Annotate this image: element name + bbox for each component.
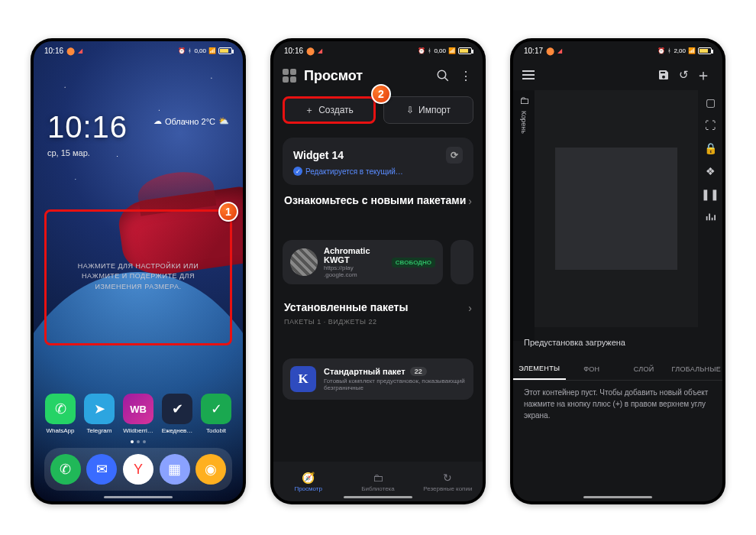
more-icon[interactable]: ⋮ bbox=[458, 69, 473, 83]
notif-icon-2: ◢ bbox=[557, 47, 562, 54]
pack-carousel[interactable]: Achromatic KWGT https://play .google.com… bbox=[283, 240, 483, 284]
gesture-bar[interactable] bbox=[583, 496, 652, 498]
editor-toolbar-right: ▢ ⛶ 🔒 ❖ ❚❚ bbox=[698, 90, 722, 222]
gesture-bar[interactable] bbox=[344, 496, 412, 498]
app-telegram[interactable]: ➤ Telegram bbox=[81, 394, 118, 434]
nav-backup[interactable]: ↻ Резервные копии bbox=[413, 462, 483, 501]
kustom-icon: K bbox=[290, 366, 316, 392]
whatsapp-icon: ✆ bbox=[45, 394, 76, 424]
weather-widget[interactable]: ☁ Облачно 2°C ⛅ bbox=[153, 116, 229, 126]
pack-card[interactable]: Achromatic KWGT https://play .google.com… bbox=[283, 240, 443, 284]
search-icon[interactable] bbox=[435, 69, 451, 83]
telegram-icon: ➤ bbox=[84, 394, 115, 424]
dashboard-icon[interactable] bbox=[283, 69, 296, 83]
dock: ✆ ✉ Y ▦ ◉ bbox=[44, 448, 232, 491]
status-text: Редактируется в текущий… bbox=[305, 167, 403, 176]
svg-point-0 bbox=[438, 70, 446, 79]
checklist-icon: ✔ bbox=[162, 394, 192, 424]
section-title: Ознакомьтесь с новыми пакетами bbox=[284, 194, 466, 208]
svg-line-1 bbox=[444, 77, 448, 81]
svg-rect-3 bbox=[709, 214, 710, 221]
app-label: Telegram bbox=[81, 427, 118, 434]
screenshot-kwgt-editor: 10:17 ⬤ ◢ ⏰ ᚼ 2,00 📶 ↺ ＋ 🗀 Корень bbox=[510, 38, 725, 504]
dock-phone-icon[interactable]: ✆ bbox=[50, 454, 81, 485]
svg-rect-4 bbox=[712, 218, 713, 221]
gesture-bar[interactable] bbox=[104, 496, 173, 498]
dock-camera-icon[interactable]: ◉ bbox=[195, 454, 226, 485]
layers-icon[interactable]: ❖ bbox=[706, 165, 716, 177]
section-new-packs[interactable]: Ознакомьтесь с новыми пакетами › bbox=[284, 194, 472, 208]
app-label: WhatsApp bbox=[42, 427, 79, 434]
app-todobit[interactable]: ✓ Todobit bbox=[198, 394, 234, 434]
add-icon[interactable]: ＋ bbox=[693, 65, 713, 86]
pack-card-next[interactable] bbox=[451, 240, 473, 284]
menu-icon[interactable] bbox=[522, 70, 535, 79]
annotation-badge-1: 1 bbox=[218, 202, 238, 222]
installed-pack-card[interactable]: K Стандартный пакет 22 Готовый комплект … bbox=[283, 358, 473, 400]
editor-tabs: ЭЛЕМЕНТЫ ФОН СЛОЙ ГЛОБАЛЬНЫЕ bbox=[513, 358, 722, 381]
square-icon[interactable]: ▢ bbox=[706, 96, 716, 109]
editor-canvas[interactable] bbox=[535, 90, 698, 327]
app-whatsapp[interactable]: ✆ WhatsApp bbox=[42, 394, 79, 434]
pack-name: Стандартный пакет bbox=[324, 367, 405, 376]
clock-widget[interactable]: 10:16 bbox=[47, 110, 128, 144]
count-badge: 22 bbox=[410, 367, 427, 376]
tab-elements[interactable]: ЭЛЕМЕНТЫ bbox=[513, 358, 566, 380]
app-daily[interactable]: ✔ Ежеднев… bbox=[159, 394, 195, 434]
battery-icon bbox=[458, 47, 472, 54]
editor-sidebar: 🗀 Корень bbox=[513, 90, 535, 341]
app-label: Ежеднев… bbox=[159, 427, 195, 434]
app-row: ✆ WhatsApp ➤ Telegram WB Wildberri… ✔ Еж… bbox=[34, 394, 243, 434]
current-widget-card[interactable]: Widget 14 ⟳ ✓ Редактируется в текущий… bbox=[283, 138, 473, 185]
bt-icon: ᚼ bbox=[428, 47, 431, 54]
tab-background[interactable]: ФОН bbox=[566, 358, 619, 380]
page-title: Просмот bbox=[304, 68, 428, 84]
editor-topbar: ↺ ＋ bbox=[513, 60, 722, 90]
dock-yandex-icon[interactable]: Y bbox=[123, 454, 153, 485]
toast-text: Предустановка загружена bbox=[524, 338, 625, 347]
app-wildberries[interactable]: WB Wildberri… bbox=[120, 394, 157, 434]
nav-browse[interactable]: 🧭 Просмотр bbox=[273, 462, 343, 501]
dock-gallery-icon[interactable]: ▦ bbox=[160, 454, 190, 485]
sync-icon[interactable]: ⟳ bbox=[446, 147, 463, 164]
toast: Предустановка загружена bbox=[524, 338, 712, 347]
app-label: Todobit bbox=[198, 427, 234, 434]
lock-icon[interactable]: 🔒 bbox=[704, 142, 717, 154]
dock-messages-icon[interactable]: ✉ bbox=[86, 454, 117, 485]
annotation-highlight-1 bbox=[44, 209, 232, 345]
equalizer-icon[interactable] bbox=[705, 211, 716, 222]
create-button[interactable]: ＋ Создать bbox=[283, 96, 376, 124]
section-title: Установленные пакеты bbox=[284, 301, 408, 315]
undo-icon[interactable]: ↺ bbox=[674, 68, 693, 82]
svg-rect-5 bbox=[714, 215, 716, 220]
notif-icon-2: ◢ bbox=[78, 47, 82, 54]
chevron-right-icon: › bbox=[468, 195, 472, 207]
save-icon[interactable] bbox=[654, 69, 674, 81]
chevron-right-icon: › bbox=[468, 302, 472, 314]
notif-icon: ⬤ bbox=[546, 47, 554, 55]
tab-layer[interactable]: СЛОЙ bbox=[618, 358, 670, 380]
folder-icon[interactable]: 🗀 bbox=[519, 95, 529, 106]
plus-icon: ＋ bbox=[305, 104, 314, 117]
net-speed: 0,00 bbox=[194, 47, 206, 54]
section-installed[interactable]: Установленные пакеты › ПАКЕТЫ 1 · ВИДЖЕТ… bbox=[284, 301, 472, 326]
weather-text: Облачно 2°C bbox=[165, 117, 215, 126]
tab-global[interactable]: ГЛОБАЛЬНЫЕ bbox=[670, 358, 723, 380]
pack-url: https://play .google.com bbox=[324, 264, 386, 278]
battery-icon bbox=[218, 47, 232, 54]
weather-partly-icon: ⛅ bbox=[218, 116, 229, 126]
focus-icon[interactable]: ⛶ bbox=[705, 119, 716, 131]
status-time: 10:17 bbox=[524, 47, 543, 55]
nav-label: Резервные копии bbox=[423, 485, 472, 492]
alarm-icon: ⏰ bbox=[178, 47, 186, 54]
bt-icon: ᚼ bbox=[188, 47, 192, 54]
button-label: Импорт bbox=[418, 105, 451, 115]
widget-name: Widget 14 bbox=[293, 149, 344, 161]
status-bar: 10:16 ⬤ ◢ ⏰ ᚼ 0,00 📶 bbox=[34, 41, 243, 60]
status-time: 10:16 bbox=[284, 47, 303, 55]
root-label[interactable]: Корень bbox=[520, 111, 528, 134]
import-button[interactable]: ⇩ Импорт bbox=[383, 96, 473, 124]
annotation-badge-2: 2 bbox=[371, 84, 391, 104]
widget-preview[interactable] bbox=[555, 148, 677, 270]
pause-icon[interactable]: ❚❚ bbox=[701, 188, 719, 200]
